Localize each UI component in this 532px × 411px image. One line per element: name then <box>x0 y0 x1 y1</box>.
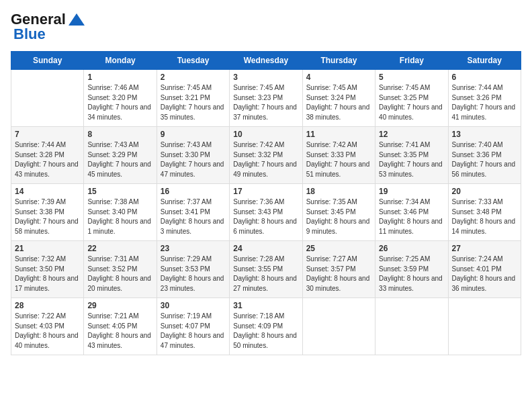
day-number: 15 <box>87 187 152 196</box>
calendar-cell <box>302 298 375 355</box>
day-number: 20 <box>452 187 517 196</box>
calendar-cell: 12Sunrise: 7:41 AMSunset: 3:35 PMDayligh… <box>375 127 448 184</box>
day-number: 27 <box>452 244 517 253</box>
logo-blue: Blue <box>13 26 46 43</box>
page-header: General Blue <box>11 11 521 43</box>
cell-content: Sunrise: 7:34 AMSunset: 3:46 PMDaylight:… <box>379 197 444 236</box>
calendar-cell: 26Sunrise: 7:25 AMSunset: 3:59 PMDayligh… <box>375 241 448 298</box>
calendar-cell: 19Sunrise: 7:34 AMSunset: 3:46 PMDayligh… <box>375 184 448 241</box>
day-number: 28 <box>15 301 80 310</box>
day-number: 21 <box>15 244 80 253</box>
cell-content: Sunrise: 7:40 AMSunset: 3:36 PMDaylight:… <box>452 140 517 179</box>
svg-marker-0 <box>69 13 85 26</box>
calendar-cell: 4Sunrise: 7:45 AMSunset: 3:24 PMDaylight… <box>302 70 375 127</box>
cell-content: Sunrise: 7:45 AMSunset: 3:21 PMDaylight:… <box>161 83 226 122</box>
calendar-cell: 15Sunrise: 7:38 AMSunset: 3:40 PMDayligh… <box>84 184 157 241</box>
calendar-cell: 11Sunrise: 7:42 AMSunset: 3:33 PMDayligh… <box>302 127 375 184</box>
calendar-cell: 10Sunrise: 7:42 AMSunset: 3:32 PMDayligh… <box>230 127 302 184</box>
cell-content: Sunrise: 7:42 AMSunset: 3:33 PMDaylight:… <box>306 140 371 179</box>
calendar-cell: 2Sunrise: 7:45 AMSunset: 3:21 PMDaylight… <box>157 70 229 127</box>
calendar-cell: 5Sunrise: 7:45 AMSunset: 3:25 PMDaylight… <box>375 70 448 127</box>
calendar-table: SundayMondayTuesdayWednesdayThursdayFrid… <box>11 51 521 355</box>
calendar-cell: 21Sunrise: 7:32 AMSunset: 3:50 PMDayligh… <box>11 241 84 298</box>
calendar-cell <box>375 298 448 355</box>
calendar-cell <box>448 298 521 355</box>
calendar-cell: 9Sunrise: 7:43 AMSunset: 3:30 PMDaylight… <box>157 127 229 184</box>
day-number: 19 <box>379 187 444 196</box>
column-header-friday: Friday <box>375 52 448 70</box>
cell-content: Sunrise: 7:27 AMSunset: 3:57 PMDaylight:… <box>306 255 371 293</box>
day-number: 5 <box>379 73 444 82</box>
cell-content: Sunrise: 7:45 AMSunset: 3:24 PMDaylight:… <box>306 83 371 122</box>
day-number: 2 <box>161 73 226 82</box>
cell-content: Sunrise: 7:18 AMSunset: 4:09 PMDaylight:… <box>233 312 298 351</box>
calendar-cell: 7Sunrise: 7:44 AMSunset: 3:28 PMDaylight… <box>11 127 84 184</box>
cell-content: Sunrise: 7:39 AMSunset: 3:38 PMDaylight:… <box>15 197 80 236</box>
calendar-cell: 24Sunrise: 7:28 AMSunset: 3:55 PMDayligh… <box>230 241 302 298</box>
logo: General Blue <box>11 11 86 43</box>
day-number: 29 <box>87 301 152 310</box>
calendar-cell: 17Sunrise: 7:36 AMSunset: 3:43 PMDayligh… <box>230 184 302 241</box>
cell-content: Sunrise: 7:37 AMSunset: 3:41 PMDaylight:… <box>161 197 226 236</box>
cell-content: Sunrise: 7:45 AMSunset: 3:25 PMDaylight:… <box>379 83 444 122</box>
day-number: 26 <box>379 244 444 253</box>
cell-content: Sunrise: 7:43 AMSunset: 3:30 PMDaylight:… <box>161 140 226 179</box>
calendar-cell: 14Sunrise: 7:39 AMSunset: 3:38 PMDayligh… <box>11 184 84 241</box>
cell-content: Sunrise: 7:21 AMSunset: 4:05 PMDaylight:… <box>87 312 152 351</box>
day-number: 31 <box>233 301 298 310</box>
cell-content: Sunrise: 7:25 AMSunset: 3:59 PMDaylight:… <box>379 255 444 293</box>
calendar-cell: 23Sunrise: 7:29 AMSunset: 3:53 PMDayligh… <box>157 241 229 298</box>
day-number: 18 <box>306 187 371 196</box>
day-number: 9 <box>161 130 226 139</box>
day-number: 4 <box>306 73 371 82</box>
day-number: 3 <box>233 73 298 82</box>
day-number: 8 <box>87 130 152 139</box>
calendar-cell: 13Sunrise: 7:40 AMSunset: 3:36 PMDayligh… <box>448 127 521 184</box>
cell-content: Sunrise: 7:19 AMSunset: 4:07 PMDaylight:… <box>161 312 226 351</box>
cell-content: Sunrise: 7:41 AMSunset: 3:35 PMDaylight:… <box>379 140 444 179</box>
day-number: 12 <box>379 130 444 139</box>
logo-icon <box>67 12 86 27</box>
cell-content: Sunrise: 7:36 AMSunset: 3:43 PMDaylight:… <box>233 197 298 236</box>
day-number: 24 <box>233 244 298 253</box>
day-number: 14 <box>15 187 80 196</box>
day-number: 13 <box>452 130 517 139</box>
cell-content: Sunrise: 7:32 AMSunset: 3:50 PMDaylight:… <box>15 255 80 293</box>
day-number: 7 <box>15 130 80 139</box>
calendar-cell <box>11 70 84 127</box>
calendar-cell: 29Sunrise: 7:21 AMSunset: 4:05 PMDayligh… <box>84 298 157 355</box>
calendar-cell: 1Sunrise: 7:46 AMSunset: 3:20 PMDaylight… <box>84 70 157 127</box>
day-number: 10 <box>233 130 298 139</box>
cell-content: Sunrise: 7:38 AMSunset: 3:40 PMDaylight:… <box>87 197 152 236</box>
calendar-cell: 18Sunrise: 7:35 AMSunset: 3:45 PMDayligh… <box>302 184 375 241</box>
day-number: 1 <box>87 73 152 82</box>
column-header-monday: Monday <box>84 52 157 70</box>
column-header-saturday: Saturday <box>448 52 521 70</box>
calendar-cell: 3Sunrise: 7:45 AMSunset: 3:23 PMDaylight… <box>230 70 302 127</box>
cell-content: Sunrise: 7:24 AMSunset: 4:01 PMDaylight:… <box>452 255 517 293</box>
calendar-cell: 8Sunrise: 7:43 AMSunset: 3:29 PMDaylight… <box>84 127 157 184</box>
calendar-cell: 31Sunrise: 7:18 AMSunset: 4:09 PMDayligh… <box>230 298 302 355</box>
calendar-cell: 20Sunrise: 7:33 AMSunset: 3:48 PMDayligh… <box>448 184 521 241</box>
calendar-cell: 28Sunrise: 7:22 AMSunset: 4:03 PMDayligh… <box>11 298 84 355</box>
calendar-cell: 6Sunrise: 7:44 AMSunset: 3:26 PMDaylight… <box>448 70 521 127</box>
cell-content: Sunrise: 7:43 AMSunset: 3:29 PMDaylight:… <box>87 140 152 179</box>
cell-content: Sunrise: 7:28 AMSunset: 3:55 PMDaylight:… <box>233 255 298 293</box>
day-number: 25 <box>306 244 371 253</box>
calendar-cell: 25Sunrise: 7:27 AMSunset: 3:57 PMDayligh… <box>302 241 375 298</box>
cell-content: Sunrise: 7:44 AMSunset: 3:28 PMDaylight:… <box>15 140 80 179</box>
day-number: 17 <box>233 187 298 196</box>
cell-content: Sunrise: 7:22 AMSunset: 4:03 PMDaylight:… <box>15 312 80 351</box>
cell-content: Sunrise: 7:45 AMSunset: 3:23 PMDaylight:… <box>233 83 298 122</box>
calendar-cell: 16Sunrise: 7:37 AMSunset: 3:41 PMDayligh… <box>157 184 229 241</box>
calendar-cell: 27Sunrise: 7:24 AMSunset: 4:01 PMDayligh… <box>448 241 521 298</box>
day-number: 22 <box>87 244 152 253</box>
column-header-wednesday: Wednesday <box>230 52 302 70</box>
column-header-sunday: Sunday <box>11 52 84 70</box>
day-number: 6 <box>452 73 517 82</box>
cell-content: Sunrise: 7:31 AMSunset: 3:52 PMDaylight:… <box>87 255 152 293</box>
column-header-thursday: Thursday <box>302 52 375 70</box>
cell-content: Sunrise: 7:35 AMSunset: 3:45 PMDaylight:… <box>306 197 371 236</box>
cell-content: Sunrise: 7:29 AMSunset: 3:53 PMDaylight:… <box>161 255 226 293</box>
cell-content: Sunrise: 7:44 AMSunset: 3:26 PMDaylight:… <box>452 83 517 122</box>
